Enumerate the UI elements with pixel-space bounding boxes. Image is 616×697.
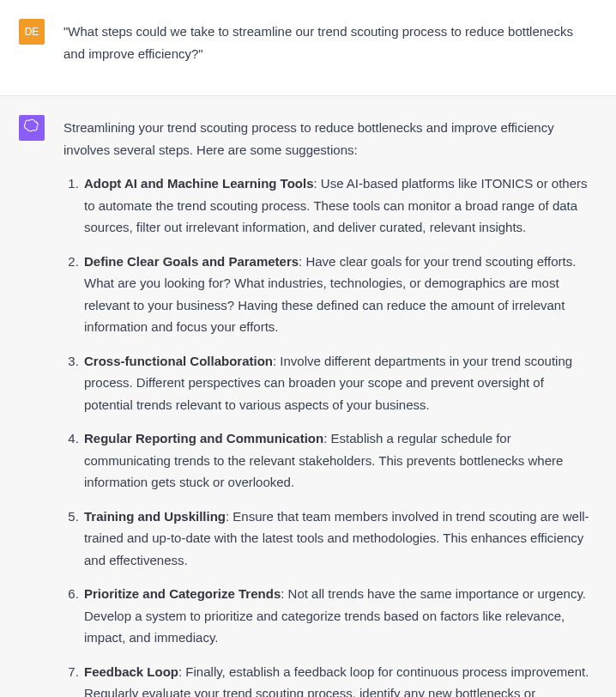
list-item: Regular Reporting and Communication: Est…: [82, 427, 595, 494]
user-message: DE "What steps could we take to streamli…: [0, 0, 616, 96]
item-title: Regular Reporting and Communication: [84, 431, 323, 445]
list-item: Training and Upskilling: Ensure that tea…: [82, 506, 595, 572]
item-title: Define Clear Goals and Parameters: [84, 254, 299, 269]
assistant-intro: Streamlining your trend scouting process…: [63, 117, 595, 161]
list-item: Adopt AI and Machine Learning Tools: Use…: [82, 173, 595, 239]
item-title: Adopt AI and Machine Learning Tools: [84, 176, 314, 191]
list-item: Define Clear Goals and Parameters: Have …: [82, 251, 595, 338]
assistant-avatar: [19, 115, 45, 141]
user-avatar: DE: [19, 19, 45, 45]
list-item: Prioritize and Categorize Trends: Not al…: [82, 583, 595, 649]
suggestion-list: Adopt AI and Machine Learning Tools: Use…: [63, 173, 595, 697]
list-item: Cross-functional Collaboration: Involve …: [82, 350, 595, 416]
item-title: Prioritize and Categorize Trends: [84, 586, 281, 601]
assistant-message-content: Streamlining your trend scouting process…: [63, 115, 595, 697]
item-title: Training and Upskilling: [84, 509, 226, 524]
user-avatar-initials: DE: [25, 23, 39, 40]
user-message-text: "What steps could we take to streamline …: [63, 21, 595, 64]
item-title: Feedback Loop: [84, 664, 178, 679]
item-title: Cross-functional Collaboration: [84, 354, 273, 368]
user-message-content: "What steps could we take to streamline …: [63, 19, 595, 76]
assistant-message: Streamlining your trend scouting process…: [0, 96, 616, 697]
openai-icon: [24, 118, 39, 138]
list-item: Feedback Loop: Finally, establish a feed…: [82, 661, 595, 698]
